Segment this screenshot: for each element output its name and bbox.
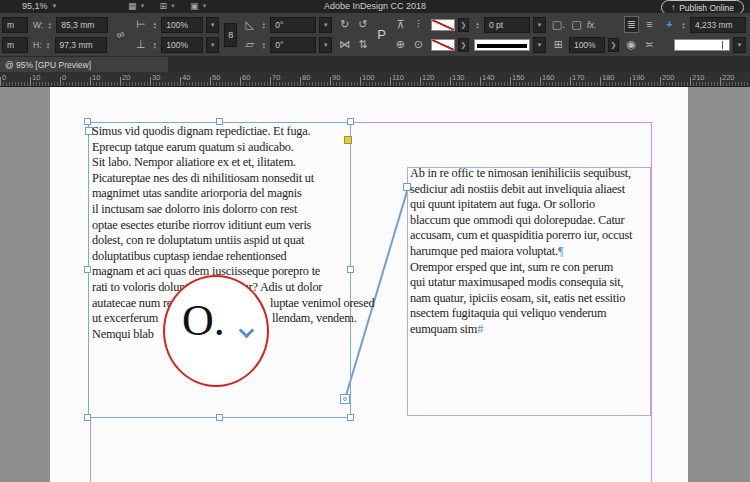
chevron-down-icon[interactable]: ▼ [206,17,219,33]
corner-shape-icon[interactable]: ▢ [569,17,584,32]
frame-handle-top-left[interactable] [84,118,91,125]
scale-y-icon: ⊥ [133,37,148,52]
stroke-group: ▴▾ 0 pt ▼ ▼ [474,16,546,53]
constrain-group: 8 [224,23,237,47]
chevron-down-icon[interactable]: ▼ [319,17,332,33]
width-field[interactable]: 85,3 mm [56,17,108,33]
document-canvas: Simus vid quodis dignam repedictiae. Et … [0,87,750,482]
frame-handle-bottom-right[interactable] [347,414,354,421]
top-margin-guide [352,122,651,123]
wrap-bounding-box-icon[interactable]: ≡ [642,17,657,32]
live-corner-handle[interactable] [344,136,352,144]
publish-online-button[interactable]: ↑ Publish Online [661,0,744,13]
control-panel: m m W: ▴▾ 85,3 mm H: ▴▾ 97,3 mm ∞ ⊢ ▴▾ 1… [0,13,750,57]
magnified-glyph: O. [182,295,225,346]
application-bar: 95,1% ▼ ▦ ▼ ⊞ ▼ ▣ ▼ Adobe InDesign CC 20… [0,0,750,13]
xy-fields-group: m m [2,16,28,53]
scale-y-stepper[interactable]: ▴▾ [151,41,158,49]
fit-content-icon[interactable]: ⊼ [393,17,408,32]
reference-point-group: P [375,27,388,42]
scale-y-field[interactable]: 100% [161,37,203,53]
opacity-field[interactable]: 100% [569,37,605,53]
frame-handle-mid-left[interactable] [84,266,91,273]
rotation-angle-icon: ◺ [242,17,257,32]
thread-port-dot [343,397,347,401]
flip-horizontal-button[interactable]: ⋈ [337,37,352,52]
chevron-down-icon [239,323,255,339]
chevron-down-icon[interactable]: ▼ [206,37,219,53]
wrap-none-icon[interactable]: ≣ [624,16,639,33]
rotation-angle-field[interactable]: 0° [270,17,316,33]
center-content-icon[interactable]: ⊕ [393,37,408,52]
shear-angle-icon: ▱ [242,37,257,52]
fitting-group: ⊼ ⫶ ⊕ ⊙ [393,16,426,53]
chevron-down-icon[interactable]: ▼ [533,37,546,53]
x-position-field[interactable]: m [2,17,28,33]
upload-icon: ↑ [671,3,675,12]
scale-fields-group: ⊢ ▴▾ 100% ▼ ⊥ ▴▾ 100% ▼ [133,16,219,53]
frame-handle-mid-right[interactable] [347,266,354,273]
end-of-story-mark: # [477,322,483,336]
wh-fields-group: W: ▴▾ 85,3 mm H: ▴▾ 97,3 mm [33,16,108,53]
height-stepper[interactable]: ▴▾ [45,41,52,49]
shear-angle-field[interactable]: 0° [270,37,316,53]
horizontal-ruler: 0100102030405060708090100110120130140150… [0,72,750,87]
gap-stepper[interactable]: ▴▾ [680,21,687,29]
opacity-icon: ⊞ [551,37,566,52]
indesign-window: 95,1% ▼ ▦ ▼ ⊞ ▼ ▣ ▼ Adobe InDesign CC 20… [0,0,750,482]
height-label: H: [33,40,42,50]
height-field[interactable]: 97,3 mm [55,37,107,53]
fill-stroke-group: ❯ ❯ [431,16,469,53]
constrain-scale-icon[interactable]: 8 [224,23,237,47]
link-group: ∞ [113,27,128,42]
gap-field[interactable]: 4,233 mm [690,17,746,33]
chevron-right-icon[interactable]: ❯ [458,18,469,32]
publish-online-label: Publish Online [679,3,734,13]
effects-button[interactable]: fx. [587,20,597,30]
fill-frame-icon[interactable]: ⊙ [411,37,426,52]
rotate-ccw-button[interactable]: ↺ [355,17,370,32]
stroke-weight-stepper[interactable]: ▴▾ [474,21,481,29]
pilcrow-mark: ¶ [558,244,563,258]
frame-handle-bottom-center[interactable] [216,414,223,421]
chevron-down-icon[interactable]: ▼ [319,37,332,53]
gap-swatch-group: + ▴▾ 4,233 mm ▼ [662,16,746,53]
stroke-weight-field[interactable]: 0 pt [484,17,530,33]
corner-effects-group: ▢. ▢ fx. ⊞ 100% ❯ [551,16,619,53]
y-position-field[interactable]: m [2,37,28,53]
ruler-labels: 0100102030405060708090100110120130140150… [0,72,750,86]
chevron-right-icon[interactable]: ❯ [608,38,619,52]
reference-point-proxy[interactable]: P [375,27,388,42]
document-tab-bar: @ 95% [GPU Preview] [0,57,750,72]
rotation-stepper[interactable]: ▴▾ [260,21,267,29]
scale-x-field[interactable]: 100% [161,17,203,33]
annotation-circle: O. [163,275,269,387]
shear-stepper[interactable]: ▴▾ [260,41,267,49]
chevron-down-icon[interactable]: ▼ [533,17,546,33]
rotate-cw-button[interactable]: ↻ [337,17,352,32]
wrap-jump-icon[interactable]: ≍ [642,37,657,52]
left-margin-guide [90,418,91,482]
broken-link-icon[interactable]: ∞ [111,25,130,44]
fit-frame-icon[interactable]: ⫶ [411,17,426,32]
right-margin-guide [651,122,652,482]
chevron-right-icon[interactable]: ❯ [458,38,469,52]
chevron-down-icon[interactable]: ▼ [733,37,746,53]
scale-x-stepper[interactable]: ▴▾ [151,21,158,29]
paper-color-swatch[interactable] [674,39,730,51]
flip-vertical-button[interactable]: ⇅ [355,37,370,52]
wrap-object-shape-icon[interactable]: ◉ [624,37,639,52]
window-title: Adobe InDesign CC 2018 [0,1,750,11]
frame-handle-top-right[interactable] [347,118,354,125]
corner-options-icon[interactable]: ▢. [551,17,566,32]
right-column-text: Ab in re offic te nimosan ienihiliciis s… [410,166,632,338]
scale-x-icon: ⊢ [133,17,148,32]
auto-fit-icon[interactable]: + [662,17,677,32]
width-stepper[interactable]: ▴▾ [46,21,53,29]
stroke-swatch-none[interactable] [431,39,455,51]
fill-swatch-none[interactable] [431,19,455,31]
frame-handle-bottom-left[interactable] [84,414,91,421]
out-port-left-frame[interactable] [340,394,350,404]
document-tab[interactable]: @ 95% [GPU Preview] [0,57,168,72]
stroke-style-swatch[interactable] [474,39,530,51]
